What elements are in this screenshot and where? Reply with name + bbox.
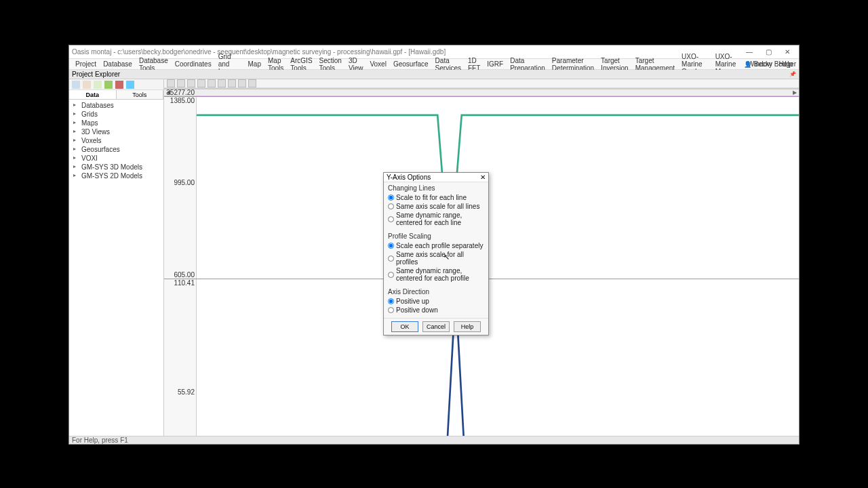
title-text: Oasis montaj - c:\users\becky.bodger\one… [72, 48, 446, 56]
col-y[interactable]: Y▾ [253, 89, 317, 89]
menubar: ProjectDatabaseDatabase ToolsCoordinates… [69, 59, 799, 70]
menu-project[interactable]: Project [72, 60, 100, 68]
close-button[interactable]: ✕ [778, 47, 796, 57]
radio-same-scale-profiles[interactable]: Same axis scale for all profiles [388, 250, 484, 266]
col-mag[interactable]: MAG▾ [571, 89, 623, 89]
col-lon_mag[interactable]: LON_MAG▾ [513, 89, 570, 89]
radio-dynamic-profile[interactable]: Same dynamic range, centered for each pr… [388, 266, 484, 283]
col-x[interactable]: X▾ [196, 89, 254, 89]
radio-positive-up[interactable]: Positive up [388, 297, 484, 306]
col-depth[interactable]: DEPTH▾ [418, 89, 460, 89]
user-name: Becky Bodger [754, 60, 796, 68]
cancel-button[interactable]: Cancel [422, 321, 450, 332]
ytick: 55.92 [178, 388, 195, 396]
tool-icon[interactable] [94, 81, 102, 89]
toolbar-icon[interactable] [238, 79, 246, 87]
pin-icon[interactable]: 📌 [789, 71, 796, 77]
col-lat_mag[interactable]: LAT_MAG▾ [460, 89, 514, 89]
tree-grids[interactable]: Grids [72, 110, 161, 119]
play-icon[interactable] [104, 81, 113, 89]
yaxis-options-dialog: Y-Axis Options ✕ Changing Lines Scale to… [383, 172, 489, 336]
pe-title-text: Project Explorer [72, 70, 120, 78]
user-badge[interactable]: Becky Bodger [744, 60, 796, 68]
ytick: 995.00 [174, 179, 195, 186]
radio-dynamic-line[interactable]: Same dynamic range, centered for each li… [388, 211, 484, 227]
ytick: 110.41 [174, 279, 195, 287]
tab-tools[interactable]: Tools [117, 90, 164, 99]
toolbar-icon[interactable] [167, 79, 175, 87]
col-mag_edit[interactable]: Mag_edit▾ [702, 89, 753, 89]
plot-line [197, 279, 799, 436]
toolbar-icon[interactable] [187, 79, 195, 87]
ok-button[interactable]: OK [391, 321, 418, 332]
menu-database[interactable]: Database [100, 60, 136, 68]
scroll-right-icon[interactable]: ▶ [791, 89, 799, 96]
toolbar-icon[interactable] [218, 79, 226, 87]
help-button[interactable]: Help [454, 321, 481, 332]
ytick: 35277.20 [166, 89, 195, 96]
col-altitude[interactable]: ALTITUDE▾ [317, 89, 372, 89]
col-time[interactable]: TIME▾ [668, 89, 702, 89]
tree: DatabasesGridsMaps3D ViewsVoxelsGeosurfa… [69, 100, 163, 182]
ytick: 1385.00 [170, 97, 195, 104]
toolbar-icon[interactable] [197, 79, 205, 87]
data-grid[interactable]: ✓ L18:0X▾Y▾ALTITUDE▾DATE▾DEPTH▾LAT_MAG▾L… [164, 88, 799, 89]
plot-line [197, 97, 799, 279]
tree-voxi[interactable]: VOXI [72, 154, 161, 163]
dialog-title: Y-Axis Options [387, 174, 431, 181]
maximize-button[interactable]: ▢ [760, 47, 777, 57]
refresh-icon[interactable] [126, 81, 134, 89]
app-status: For Help, press F1 [69, 436, 799, 444]
col-date[interactable]: DATE▾ [372, 89, 418, 89]
tree-3d-views[interactable]: 3D Views [72, 127, 161, 136]
menu-geosurface[interactable]: Geosurface [390, 60, 432, 68]
project-explorer: Data Tools DatabasesGridsMaps3D ViewsVox… [69, 79, 164, 436]
toolbar-icon[interactable] [228, 79, 236, 87]
group-axis-direction: Axis Direction [388, 288, 484, 296]
menu-voxel[interactable]: Voxel [366, 60, 389, 68]
ytick: 605.00 [174, 271, 195, 279]
tree-gm-sys-3d-models[interactable]: GM-SYS 3D Models [72, 163, 161, 171]
tool-icon[interactable] [72, 81, 80, 89]
menu-map[interactable]: Map [245, 60, 264, 68]
col-signal[interactable]: SIGNAL▾ [623, 89, 669, 89]
tree-maps[interactable]: Maps [72, 119, 161, 127]
tool-icon[interactable] [83, 81, 91, 89]
group-changing-lines: Changing Lines [388, 184, 484, 192]
group-profile-scaling: Profile Scaling [388, 232, 484, 240]
radio-positive-down[interactable]: Positive down [388, 306, 484, 314]
toolbar-icon[interactable] [177, 79, 185, 87]
tree-voxels[interactable]: Voxels [72, 136, 161, 145]
grid-hscroll[interactable]: ◀ ▶ [164, 89, 799, 96]
dialog-titlebar: Y-Axis Options ✕ [384, 173, 488, 182]
radio-same-scale-lines[interactable]: Same axis scale for all lines [388, 202, 484, 211]
side-toolbar [69, 79, 163, 90]
menu-coordinates[interactable]: Coordinates [172, 60, 215, 68]
main-toolbar [164, 79, 799, 88]
menu-igrf[interactable]: IGRF [484, 60, 507, 68]
tab-data[interactable]: Data [69, 90, 117, 99]
help-hint: For Help, press F1 [72, 436, 128, 444]
radio-scale-profile[interactable]: Scale each profile separately [388, 241, 484, 250]
tree-geosurfaces[interactable]: Geosurfaces [72, 145, 161, 154]
toolbar-icon[interactable] [248, 79, 256, 87]
toolbar-icon[interactable] [208, 79, 216, 87]
stop-icon[interactable] [115, 81, 123, 89]
tree-gm-sys-2d-models[interactable]: GM-SYS 2D Models [72, 171, 161, 180]
pe-tabs: Data Tools [69, 90, 163, 100]
close-icon[interactable]: ✕ [480, 174, 486, 181]
tree-databases[interactable]: Databases [72, 101, 161, 110]
radio-scale-fit-line[interactable]: Scale to fit for each line [388, 193, 484, 202]
project-explorer-title: Project Explorer 📌 [69, 70, 799, 79]
